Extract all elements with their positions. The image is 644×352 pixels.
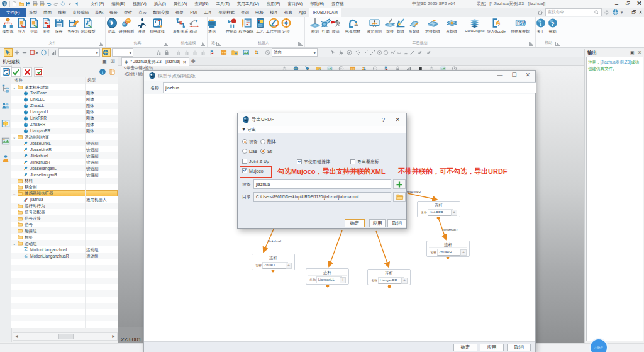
radio-刚体-control[interactable] xyxy=(260,139,265,144)
da-tool-37[interactable] xyxy=(403,48,409,57)
da-tool-28[interactable] xyxy=(338,48,344,57)
menu-item-5[interactable]: 查询(N) xyxy=(191,0,212,8)
menu-item-0[interactable]: 文件(F) xyxy=(87,0,108,8)
scroll-right-icon[interactable]: ► xyxy=(111,334,116,339)
ribbon-button-cura-engine[interactable]: CuraEngine xyxy=(465,18,485,33)
ribbon-button-mechatronics[interactable]: 机电建模 xyxy=(150,18,165,35)
link-node-LianganLL[interactable]: 连杆名称LianganLL+ xyxy=(306,268,349,285)
da-caret-4[interactable]: ▾ xyxy=(36,48,40,57)
tree-row-MotionLianganzhuaL[interactable]: MotionLianganzhuaL运动组 xyxy=(11,246,118,253)
da-tool-12[interactable] xyxy=(164,48,170,57)
tree-row-标签[interactable]: 标签 xyxy=(11,234,118,240)
add-device-button[interactable] xyxy=(393,179,406,189)
node-name-input[interactable]: LinkRRR xyxy=(428,209,453,216)
da-tool-31[interactable] xyxy=(363,48,369,57)
da-tool-18[interactable] xyxy=(209,48,215,57)
account-globe-icon[interactable] xyxy=(612,9,619,16)
view-tool-4-icon[interactable] xyxy=(327,65,333,70)
tree-row-JbaselianganR[interactable]: JbaselianganR铰链副 xyxy=(11,171,118,178)
radio-Dae-control[interactable] xyxy=(242,149,247,154)
view-tool-3-icon[interactable] xyxy=(316,65,321,70)
tree-row-信号连接[interactable]: 信号连接 xyxy=(11,215,118,222)
qat-tri-left-icon[interactable] xyxy=(74,1,79,6)
node-name-input[interactable]: ZhuaLL xyxy=(262,262,288,269)
da-tool-39[interactable] xyxy=(417,48,423,57)
da-tool-19[interactable] xyxy=(221,48,227,57)
tree-row-MotionLianganzhuaR[interactable]: MotionLianganzhuaR运动组 xyxy=(11,253,118,259)
settings-gear-icon[interactable] xyxy=(604,9,610,16)
ribbon-tab-2[interactable]: 曲面 xyxy=(40,8,55,17)
ribbon-button-import-gcode[interactable]: G导入Gcode xyxy=(487,18,506,35)
ribbon-button-communication[interactable]: 通信 xyxy=(207,18,218,35)
ribbon-button-locate[interactable]: 定位 xyxy=(281,18,292,35)
tree-row-运动组[interactable]: ⌄运动组 xyxy=(11,240,118,246)
panel-apply-button[interactable] xyxy=(34,67,43,77)
da-tool-5[interactable] xyxy=(40,48,47,57)
export-cancel-button[interactable]: 取消 xyxy=(387,219,406,227)
tree-row-ZhuaLL[interactable]: ZhuaLL刚体 xyxy=(11,103,118,109)
radio-Stl[interactable]: Stl xyxy=(260,149,272,154)
tree-row-JbaseLinkL[interactable]: JbaseLinkL铰链副 xyxy=(11,140,118,146)
da-tool-29[interactable] xyxy=(347,48,352,57)
checkbox-导出基座标-control[interactable] xyxy=(350,159,355,164)
ribbon-tab-8[interactable]: 点云 xyxy=(135,8,150,17)
ribbon-button-walkthrough[interactable]: 漫游 xyxy=(136,18,147,35)
menu-item-2[interactable]: 视图(V) xyxy=(129,0,150,8)
panel-doc-button[interactable] xyxy=(108,68,116,76)
ribbon-tab-6[interactable]: 钣金 xyxy=(106,8,121,17)
ribbon-button-about[interactable]: i关于 xyxy=(535,18,546,35)
view-tool-11-icon[interactable] xyxy=(406,65,412,70)
expander-icon[interactable]: ⌄ xyxy=(13,135,16,139)
view-tool-6-icon[interactable] xyxy=(350,65,355,70)
tree-row-JbaselianganL[interactable]: JbaselianganL铰链副 xyxy=(11,165,118,171)
ribbon-tab-13[interactable]: 视觉样式 xyxy=(215,8,238,17)
strip-scene-image-icon[interactable] xyxy=(1,137,10,145)
node-add-button[interactable]: + xyxy=(460,249,467,256)
directory-input[interactable]: C:\Users\89616\Desktop\URDF\1120\jiahzua… xyxy=(253,192,391,202)
node-add-button[interactable]: + xyxy=(451,210,457,216)
export-ok-button[interactable]: 确定 xyxy=(345,219,365,227)
export-apply-button[interactable]: 应用 xyxy=(369,219,386,227)
editor-maximize-icon[interactable]: ☐ xyxy=(511,72,516,78)
radio-刚体[interactable]: 刚体 xyxy=(260,139,276,145)
ribbon-button-workspace[interactable]: 工作空间 xyxy=(266,18,281,35)
ribbon-button-process[interactable]: 工艺 xyxy=(255,18,265,35)
ribbon-tab-12[interactable]: 工具 xyxy=(201,8,215,17)
group-dialog-launcher-icon[interactable] xyxy=(164,42,168,46)
ribbon-button-export[interactable]: 导出 xyxy=(29,18,40,35)
view-tool-15-icon[interactable] xyxy=(452,65,457,70)
ribbon-button-import[interactable]: 导入 xyxy=(16,18,27,35)
view-tool-8-icon[interactable] xyxy=(372,65,378,70)
qat-save-icon[interactable] xyxy=(26,1,31,6)
expander-icon[interactable] xyxy=(13,217,16,220)
ribbon-tab-1[interactable]: 造型 xyxy=(26,8,40,17)
menu-item-7[interactable]: 实用工具(U) xyxy=(233,0,263,8)
da-tool-2[interactable] xyxy=(21,48,28,57)
ribbon-button-spray[interactable]: 喷涂 xyxy=(331,18,341,35)
ribbon-button-engrave[interactable]: 雕刻 xyxy=(310,18,321,35)
tree-row-JlinkzhuaR[interactable]: JlinkzhuaR铰链副 xyxy=(11,159,118,165)
group-dialog-launcher-icon[interactable] xyxy=(555,42,560,46)
command-search-input[interactable]: 查找命令 xyxy=(545,8,602,16)
da-tool-0[interactable] xyxy=(4,48,13,57)
tree-row-ToolBase[interactable]: ToolBase刚体 xyxy=(11,90,118,96)
da-tool-30[interactable] xyxy=(355,48,361,57)
panel-accept-button[interactable] xyxy=(11,67,21,77)
ribbon-button-corner-weld[interactable]: 角焊缝 xyxy=(409,18,420,35)
qat-new-doc-icon[interactable] xyxy=(12,1,17,6)
da-tool-27[interactable] xyxy=(330,48,335,57)
expander-icon[interactable]: ⌄ xyxy=(13,241,16,245)
strip-yellow-box-icon[interactable] xyxy=(1,119,10,128)
ribbon-button-spot-weld[interactable]: 点焊缝 xyxy=(446,18,457,35)
ribbon-button-assembly-relation[interactable]: 装配关系 xyxy=(173,18,188,35)
tree-row-运动副和约束[interactable]: ⌄运动副和约束 xyxy=(11,133,118,140)
expander-icon[interactable] xyxy=(13,179,16,183)
qat-print-icon[interactable] xyxy=(40,1,45,6)
ribbon-button-save-as[interactable]: 另存为 xyxy=(67,18,79,35)
expander-icon[interactable] xyxy=(13,210,16,214)
view-tool-5-icon[interactable] xyxy=(338,65,344,70)
expander-icon[interactable] xyxy=(13,185,16,189)
menu-item-6[interactable]: 工具(T) xyxy=(213,0,233,8)
da-tool-1[interactable] xyxy=(14,48,20,57)
ribbon-button-program-edit[interactable]: 程序编辑 xyxy=(239,18,254,35)
